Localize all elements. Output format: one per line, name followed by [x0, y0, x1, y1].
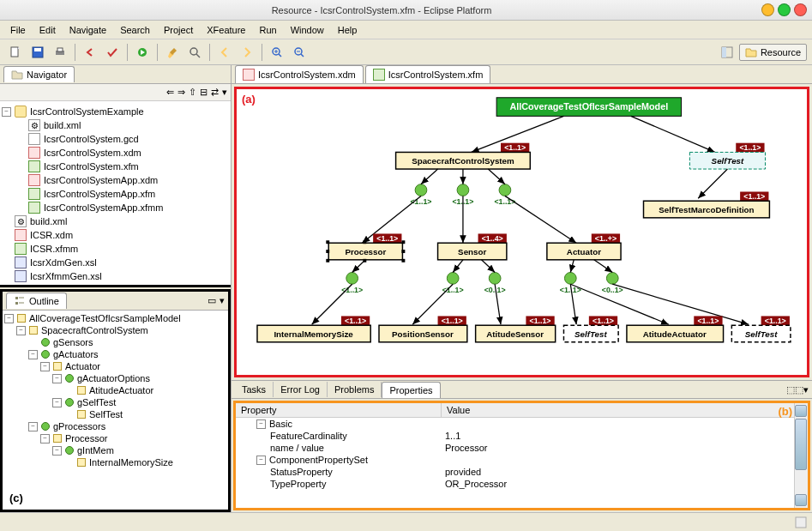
- node-att[interactable]: AtitudeSensor: [486, 329, 544, 339]
- expand-icon[interactable]: −: [52, 398, 62, 407]
- undo-icon[interactable]: [80, 43, 100, 62]
- outline-item[interactable]: −gIntMem: [4, 444, 226, 456]
- tree-item[interactable]: −IcsrControlSystemExample: [2, 105, 229, 118]
- expand-icon[interactable]: −: [4, 314, 14, 323]
- nav-up-icon[interactable]: ⇧: [189, 87, 196, 98]
- tree-item[interactable]: IcsrControlSystemApp.xfmm: [15, 201, 229, 214]
- menu-file[interactable]: File: [3, 23, 33, 37]
- tree-item[interactable]: IcsrXdmGen.xsl: [2, 256, 229, 269]
- node-processor[interactable]: Processor: [345, 247, 386, 256]
- node-selftestmarco[interactable]: SelfTestMarcoDefinition: [659, 205, 754, 214]
- open-perspective-icon[interactable]: [717, 43, 737, 62]
- feature-diagram[interactable]: (a) AllCoverageTestOfIcsrSampleModel <1.…: [234, 87, 809, 377]
- zoom-in-icon[interactable]: [267, 43, 287, 62]
- col-property[interactable]: Property: [236, 403, 442, 417]
- link-editor-icon[interactable]: ⇄: [211, 87, 219, 98]
- menu-xfeature[interactable]: XFeature: [200, 23, 252, 37]
- property-row[interactable]: TypePropertyOR_Processor: [236, 478, 808, 490]
- new-icon[interactable]: [5, 43, 26, 62]
- tree-item[interactable]: ICSR.xfmm: [2, 242, 229, 256]
- node-root[interactable]: AllCoverageTestOfIcsrSampleModel: [510, 101, 669, 112]
- node-sensor[interactable]: Sensor: [458, 247, 486, 256]
- validate-icon[interactable]: [102, 43, 123, 62]
- node-ims[interactable]: InternalMemorySize: [274, 329, 353, 339]
- tree-item[interactable]: IcsrControlSystemApp.xdm: [15, 173, 229, 187]
- search-icon[interactable]: [184, 43, 205, 62]
- outline-item[interactable]: −Processor: [4, 432, 226, 444]
- outline-item[interactable]: −gSelfTest: [4, 396, 226, 408]
- property-row[interactable]: FeatureCardinality1..1: [236, 430, 808, 442]
- menu-edit[interactable]: Edit: [33, 23, 63, 37]
- node-selftest3[interactable]: SelfTest: [745, 329, 778, 339]
- editor-tab-xfm[interactable]: IcsrControlSystem.xfm: [365, 65, 491, 83]
- tab-errorlog[interactable]: Error Log: [274, 382, 328, 397]
- expand-icon[interactable]: −: [28, 422, 38, 431]
- scrollbar[interactable]: [794, 403, 808, 508]
- col-value[interactable]: Value: [442, 403, 475, 417]
- outline-item[interactable]: −Actuator: [4, 360, 226, 372]
- menu-project[interactable]: Project: [157, 23, 200, 37]
- property-row[interactable]: name / valueProcessor: [236, 442, 808, 454]
- outline-tree[interactable]: −AllCoverageTestOfIcsrSampleModel−Spacec…: [3, 311, 228, 510]
- outline-item[interactable]: −SpacecraftControlSystem: [4, 324, 226, 336]
- expand-icon[interactable]: −: [40, 434, 50, 444]
- expand-icon[interactable]: −: [40, 362, 50, 371]
- node-attact[interactable]: AtitudeActuator: [643, 329, 707, 339]
- expand-icon[interactable]: −: [52, 446, 62, 456]
- properties-body[interactable]: −BasicFeatureCardinality1..1name / value…: [236, 418, 808, 508]
- expand-icon[interactable]: −: [256, 456, 266, 465]
- expand-icon[interactable]: −: [52, 374, 62, 383]
- tree-item[interactable]: ⚙build.xml: [15, 118, 229, 132]
- minimize-icon[interactable]: [761, 3, 774, 16]
- nav-back-icon[interactable]: ⇐: [166, 87, 174, 98]
- tree-item[interactable]: IcsrXfmmGen.xsl: [2, 269, 229, 283]
- outline-item[interactable]: −gActuators: [4, 348, 226, 360]
- expand-icon[interactable]: −: [28, 350, 38, 359]
- node-scs[interactable]: SpacecraftControlSystem: [412, 156, 514, 166]
- tab-problems[interactable]: Problems: [328, 382, 382, 397]
- tree-item[interactable]: ICSR.xdm: [2, 228, 229, 242]
- close-icon[interactable]: [794, 3, 807, 16]
- node-actuator[interactable]: Actuator: [567, 247, 601, 256]
- props-menu-icon[interactable]: ▾: [803, 384, 809, 395]
- outline-menu-icon[interactable]: ▾: [220, 295, 225, 306]
- scroll-thumb[interactable]: [795, 419, 807, 470]
- outline-item[interactable]: SelfTest: [4, 408, 226, 420]
- property-row[interactable]: −ComponentPropertySet: [236, 454, 808, 466]
- outline-item[interactable]: −gProcessors: [4, 420, 226, 432]
- editor-tab-xdm[interactable]: IcsrControlSystem.xdm: [235, 65, 364, 83]
- navigator-tab[interactable]: Navigator: [3, 66, 75, 82]
- menu-search[interactable]: Search: [113, 23, 157, 37]
- forward-icon[interactable]: [237, 43, 257, 62]
- tree-item[interactable]: IcsrControlSystem.xdm: [15, 146, 229, 160]
- node-selftest[interactable]: SelfTest: [712, 156, 744, 166]
- outline-tab[interactable]: Outline: [6, 293, 67, 309]
- zoom-out-icon[interactable]: [289, 43, 310, 62]
- tree-item[interactable]: IcsrControlSystem.gcd: [15, 132, 229, 146]
- property-row[interactable]: −Basic: [236, 418, 808, 430]
- menu-help[interactable]: Help: [331, 23, 364, 37]
- tab-properties[interactable]: Properties: [382, 382, 440, 398]
- outline-item[interactable]: AtitudeActuator: [4, 384, 226, 396]
- node-pos[interactable]: PositionSensor: [392, 329, 454, 339]
- tree-item[interactable]: IcsrControlSystem.xfm: [15, 160, 229, 173]
- edit-icon[interactable]: [162, 43, 183, 62]
- save-icon[interactable]: [27, 43, 48, 62]
- menu-run[interactable]: Run: [252, 23, 283, 37]
- view-menu-icon[interactable]: ▾: [222, 87, 227, 98]
- outline-item[interactable]: −gActuatorOptions: [4, 372, 226, 384]
- scroll-up-icon[interactable]: [795, 405, 807, 417]
- property-row[interactable]: StatusPropertyprovided: [236, 466, 808, 478]
- node-selftest2[interactable]: SelfTest: [574, 329, 607, 339]
- nav-forward-icon[interactable]: ⇒: [177, 87, 185, 98]
- menu-navigate[interactable]: Navigate: [63, 23, 113, 37]
- props-tool1-icon[interactable]: ⬚: [786, 384, 795, 395]
- back-icon[interactable]: [214, 43, 235, 62]
- print-icon[interactable]: [50, 43, 70, 62]
- collapse-all-icon[interactable]: ⊟: [200, 87, 208, 98]
- maximize-icon[interactable]: [778, 3, 791, 16]
- outline-item[interactable]: InternalMemorySize: [4, 456, 226, 468]
- expand-icon[interactable]: −: [16, 326, 26, 335]
- outline-item[interactable]: gSensors: [4, 336, 226, 348]
- perspective-resource[interactable]: Resource: [739, 44, 807, 61]
